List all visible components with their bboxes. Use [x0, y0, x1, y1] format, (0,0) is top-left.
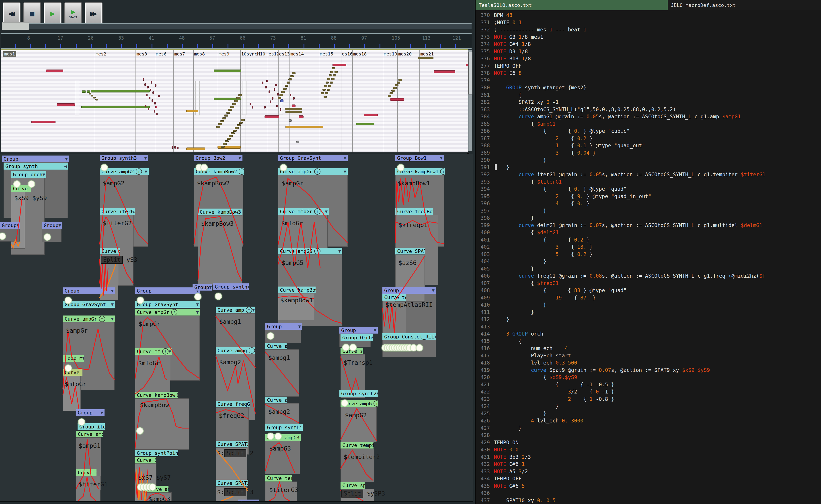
connection-port[interactable] — [275, 433, 282, 440]
curve-header-curve-ampgr[interactable]: Curve ampGr↑▼ — [278, 168, 348, 175]
note[interactable] — [93, 97, 96, 98]
note[interactable] — [390, 98, 404, 101]
note[interactable] — [418, 57, 433, 59]
note[interactable] — [333, 64, 346, 66]
note[interactable] — [395, 84, 398, 86]
note[interactable] — [277, 93, 279, 96]
note[interactable] — [285, 85, 288, 87]
group-header-group-bow2[interactable]: Group Bow2▼ — [194, 155, 242, 161]
note[interactable] — [232, 103, 236, 105]
note[interactable] — [149, 97, 150, 99]
collapse-icon[interactable]: ▼ — [338, 248, 341, 254]
note[interactable] — [290, 75, 294, 77]
note[interactable] — [235, 127, 239, 129]
raise-icon[interactable]: ↑ — [246, 307, 252, 313]
note[interactable] — [237, 124, 241, 126]
editor-tab-2[interactable]: JBLO macroDef.asco.txt — [668, 0, 739, 10]
collapse-icon[interactable]: ▼ — [377, 391, 378, 396]
split-button[interactable]: Split — [341, 490, 363, 498]
note[interactable] — [227, 138, 231, 140]
note[interactable] — [89, 93, 91, 94]
rewind-button[interactable]: ◀◀ — [3, 2, 21, 25]
note[interactable] — [95, 99, 98, 100]
note[interactable] — [225, 140, 229, 142]
horizontal-scrollbar-handle[interactable] — [2, 22, 29, 30]
note[interactable] — [326, 82, 329, 84]
note[interactable] — [31, 121, 55, 123]
note[interactable] — [275, 84, 277, 86]
note[interactable] — [296, 141, 299, 143]
note[interactable] — [91, 90, 150, 92]
group-header-group-orch[interactable]: Group Orch▼ — [341, 334, 373, 341]
note[interactable] — [331, 78, 335, 80]
note[interactable] — [283, 88, 287, 90]
curve-header-curve-a[interactable]: Curve a▼ — [265, 343, 287, 349]
note[interactable] — [285, 126, 323, 128]
note[interactable] — [328, 85, 331, 87]
note[interactable] — [46, 70, 63, 72]
curve-header-curve-sp[interactable]: Curve sp▼ — [341, 482, 365, 489]
note[interactable] — [269, 90, 270, 93]
note[interactable] — [321, 92, 324, 94]
connection-port[interactable] — [416, 344, 423, 351]
collapse-icon[interactable]: ▼ — [101, 410, 103, 415]
note[interactable] — [279, 94, 283, 96]
note[interactable] — [289, 119, 292, 122]
split-button[interactable]: Split — [224, 449, 246, 457]
connection-port[interactable] — [280, 164, 287, 171]
note[interactable] — [265, 86, 267, 88]
raise-icon[interactable]: ↑ — [171, 309, 177, 315]
connection-port[interactable] — [349, 344, 357, 351]
note[interactable] — [397, 82, 400, 84]
collapse-icon[interactable]: ▼ — [65, 156, 68, 162]
raise-icon[interactable]: ↑ — [99, 316, 105, 322]
group-header-group-syntpoints[interactable]: Group syntPoints▼ — [135, 450, 178, 456]
collapse-icon[interactable]: ▼ — [434, 334, 436, 339]
note[interactable] — [466, 64, 468, 66]
note[interactable] — [391, 90, 395, 92]
note[interactable] — [388, 95, 391, 97]
connection-port[interactable] — [267, 433, 274, 440]
group-header-group-gravsynt[interactable]: Group GravSynt▼ — [135, 301, 200, 308]
connection-port[interactable] — [342, 344, 349, 351]
note[interactable] — [280, 108, 281, 111]
note[interactable] — [276, 105, 278, 107]
note[interactable] — [266, 80, 268, 82]
note[interactable] — [293, 97, 295, 100]
note[interactable] — [329, 74, 332, 76]
collapse-icon[interactable]: ▼ — [344, 155, 346, 161]
note[interactable] — [148, 108, 149, 110]
connection-port[interactable] — [13, 180, 21, 188]
group-header-group[interactable]: Group▼ — [42, 222, 62, 229]
play-start-button[interactable]: ▶START — [64, 2, 82, 25]
note[interactable] — [238, 94, 242, 96]
note[interactable] — [222, 117, 226, 119]
note[interactable] — [287, 82, 290, 84]
note[interactable] — [262, 82, 263, 84]
connection-port[interactable] — [267, 332, 274, 340]
note[interactable] — [332, 67, 335, 69]
note[interactable] — [236, 97, 240, 99]
collapse-icon[interactable]: ▼ — [196, 309, 199, 315]
note[interactable] — [228, 109, 232, 111]
note[interactable] — [155, 106, 157, 108]
note[interactable] — [81, 106, 150, 108]
collapse-icon[interactable]: ▼ — [111, 316, 114, 322]
note[interactable] — [281, 91, 285, 93]
connection-port[interactable] — [44, 234, 51, 241]
note[interactable] — [158, 95, 160, 97]
note[interactable] — [398, 79, 402, 81]
connection-port[interactable] — [194, 293, 201, 300]
note[interactable] — [330, 71, 333, 73]
note[interactable] — [270, 100, 271, 103]
note[interactable] — [278, 97, 281, 99]
connection-port[interactable] — [28, 180, 35, 188]
code-area[interactable]: 370BPM 48371;NOTE 0 1372; ----------- me… — [476, 10, 821, 504]
note[interactable] — [214, 70, 241, 72]
note[interactable] — [290, 94, 291, 96]
raise-icon[interactable]: ↑ — [177, 392, 178, 398]
connection-port[interactable] — [136, 427, 144, 434]
raise-icon[interactable]: ↑ — [374, 400, 378, 407]
note[interactable] — [186, 148, 205, 150]
note[interactable] — [325, 92, 328, 94]
